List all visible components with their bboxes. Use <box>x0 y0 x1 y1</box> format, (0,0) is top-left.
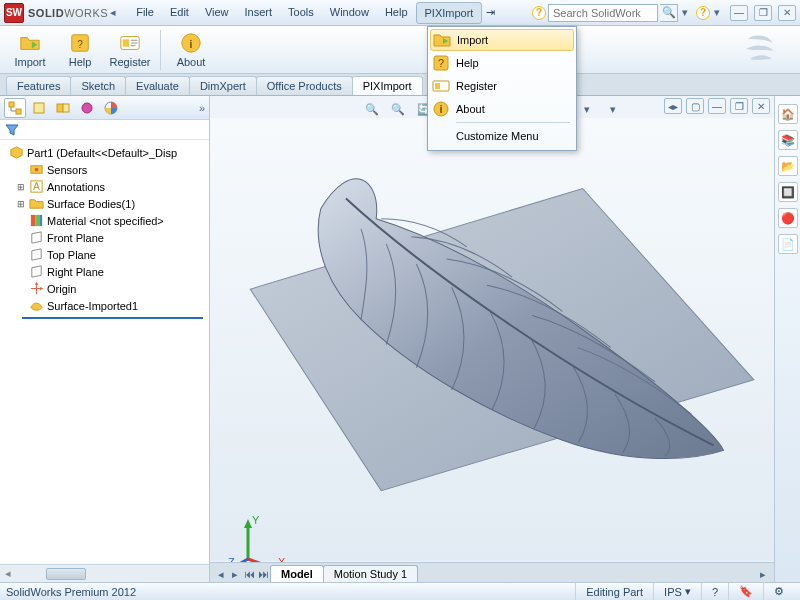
close-icon[interactable]: ✕ <box>778 5 796 21</box>
svg-text:A: A <box>33 181 40 192</box>
status-rebuild-icon[interactable]: ⚙ <box>763 583 794 600</box>
menu-view[interactable]: View <box>197 2 237 24</box>
fmtab-overflow-icon[interactable]: » <box>199 102 205 114</box>
scene-icon[interactable]: ▾ <box>577 99 597 119</box>
doc-window-icon[interactable]: ▢ <box>686 98 704 114</box>
piximport-menu: Import ? Help Register i About Customize… <box>427 26 577 151</box>
about-button[interactable]: i About <box>167 28 215 72</box>
scroll-left-icon[interactable]: ◂ <box>0 567 16 580</box>
viewport[interactable]: 🔍 🔍 🔄 ◧ ⬚▾ ◍▾ 👁▾ 🎨▾ ▾ ▾ ◂▸ ▢ — ❐ ✕ <box>210 96 774 582</box>
help-dropdown-icon[interactable]: ▾ <box>712 6 722 19</box>
menu-file[interactable]: File <box>128 2 162 24</box>
help-icon[interactable]: ? <box>532 6 546 20</box>
menu-item-help[interactable]: ? Help <box>430 52 574 74</box>
fmtab-tree[interactable] <box>4 98 26 118</box>
expander-icon[interactable]: ⊞ <box>16 199 26 209</box>
search-dropdown-icon[interactable]: ▾ <box>680 6 690 19</box>
about-info-icon: i <box>180 32 202 54</box>
filter-icon[interactable] <box>4 122 20 138</box>
tree-origin[interactable]: Origin <box>2 280 207 297</box>
menu-piximport[interactable]: PIXImport <box>416 2 483 24</box>
tab-evaluate[interactable]: Evaluate <box>125 76 190 95</box>
sidebar-hscroll[interactable]: ◂ <box>0 564 209 582</box>
fmtab-display[interactable] <box>100 98 122 118</box>
status-help-icon[interactable]: ? <box>701 583 728 600</box>
doc-tabs: ◂ ▸ ⏮ ⏭ Model Motion Study 1 ▸ <box>210 562 774 582</box>
tree-annotations[interactable]: ⊞AAnnotations <box>2 178 207 195</box>
expander-icon[interactable]: ⊞ <box>16 182 26 192</box>
search-input[interactable] <box>548 4 658 22</box>
restore-icon[interactable]: ❐ <box>754 5 772 21</box>
menu-edit[interactable]: Edit <box>162 2 197 24</box>
import-button[interactable]: Import <box>6 28 54 72</box>
fmtab-property[interactable] <box>28 98 50 118</box>
task-explorer-icon[interactable]: 📂 <box>778 156 798 176</box>
help-button[interactable]: ? Help <box>56 28 104 72</box>
scroll-thumb[interactable] <box>46 568 86 580</box>
task-appearance-icon[interactable]: 🔴 <box>778 208 798 228</box>
fmtab-dimxpert[interactable] <box>76 98 98 118</box>
folder-import-icon <box>433 31 451 49</box>
doc-close-icon[interactable]: ✕ <box>752 98 770 114</box>
menu-window[interactable]: Window <box>322 2 377 24</box>
tree-material[interactable]: Material <not specified> <box>2 212 207 229</box>
status-tag-icon[interactable]: 🔖 <box>728 583 763 600</box>
doctab-scroll-right-icon[interactable]: ▸ <box>756 566 770 582</box>
task-properties-icon[interactable]: 📄 <box>778 234 798 254</box>
doc-restore-icon[interactable]: ❐ <box>730 98 748 114</box>
menu-collapse-icon[interactable]: ◂ <box>108 6 118 19</box>
task-library-icon[interactable]: 📚 <box>778 130 798 150</box>
doctab-first-icon[interactable]: ⏮ <box>242 566 256 582</box>
property-icon <box>32 101 46 115</box>
rollback-bar[interactable] <box>22 317 203 319</box>
task-home-icon[interactable]: 🏠 <box>778 104 798 124</box>
menu-item-import[interactable]: Import <box>430 29 574 51</box>
tree-surface-imported[interactable]: Surface-Imported1 <box>2 297 207 314</box>
menu-insert[interactable]: Insert <box>237 2 281 24</box>
tab-office[interactable]: Office Products <box>256 76 353 95</box>
register-card-icon <box>432 77 450 95</box>
tree-root[interactable]: Part1 (Default<<Default>_Disp <box>2 144 207 161</box>
view-settings-icon[interactable]: ▾ <box>603 99 623 119</box>
doctab-motion[interactable]: Motion Study 1 <box>323 565 418 582</box>
doctab-next-icon[interactable]: ▸ <box>228 566 242 582</box>
model-canvas[interactable] <box>210 118 774 561</box>
tree-front-plane[interactable]: Front Plane <box>2 229 207 246</box>
fmtab-config[interactable] <box>52 98 74 118</box>
zoom-fit-icon[interactable]: 🔍 <box>362 99 382 119</box>
menu-item-customize[interactable]: Customize Menu <box>430 125 574 147</box>
pin-menu-icon[interactable]: ⇥ <box>482 4 499 21</box>
svg-rect-9 <box>9 102 14 107</box>
doc-min-icon[interactable]: — <box>708 98 726 114</box>
doctab-last-icon[interactable]: ⏭ <box>256 566 270 582</box>
tree-surface-bodies[interactable]: ⊞Surface Bodies(1) <box>2 195 207 212</box>
tree-right-plane[interactable]: Right Plane <box>2 263 207 280</box>
svg-rect-24 <box>39 215 42 226</box>
brand-solid: SOLID <box>28 7 64 19</box>
menu-item-about[interactable]: i About <box>430 98 574 120</box>
tab-dimxpert[interactable]: DimXpert <box>189 76 257 95</box>
doctab-prev-icon[interactable]: ◂ <box>214 566 228 582</box>
search-icon[interactable]: 🔍 <box>660 4 678 22</box>
register-button[interactable]: Register <box>106 28 154 72</box>
tree-top-plane[interactable]: Top Plane <box>2 246 207 263</box>
tab-features[interactable]: Features <box>6 76 71 95</box>
status-units[interactable]: IPS ▾ <box>653 583 701 600</box>
help-book-icon: ? <box>69 32 91 54</box>
tab-sketch[interactable]: Sketch <box>70 76 126 95</box>
task-view-icon[interactable]: 🔲 <box>778 182 798 202</box>
menu-tools[interactable]: Tools <box>280 2 322 24</box>
minimize-icon[interactable]: — <box>730 5 748 21</box>
help2-icon[interactable]: ? <box>696 6 710 20</box>
doctab-model[interactable]: Model <box>270 565 324 582</box>
config-icon <box>56 101 70 115</box>
brand-works: WORKS <box>64 7 108 19</box>
doc-prev-icon[interactable]: ◂▸ <box>664 98 682 114</box>
svg-rect-13 <box>34 103 44 113</box>
menu-help[interactable]: Help <box>377 2 416 24</box>
zoom-area-icon[interactable]: 🔍 <box>388 99 408 119</box>
tree-item-label: Top Plane <box>47 249 96 261</box>
menu-item-register[interactable]: Register <box>430 75 574 97</box>
tree-sensors[interactable]: Sensors <box>2 161 207 178</box>
tab-piximport[interactable]: PIXImport <box>352 76 423 95</box>
